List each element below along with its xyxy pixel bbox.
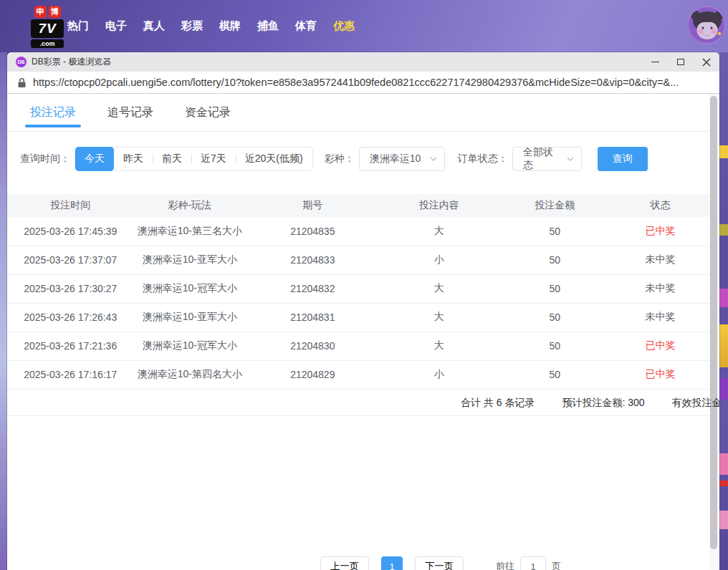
table-header-row: 投注时间 彩种-玩法 期号 投注内容 投注金额 状态 xyxy=(7,194,709,217)
nav-item[interactable]: 棋牌 xyxy=(219,19,241,33)
bg-blob xyxy=(719,511,728,529)
chevron-down-icon xyxy=(430,157,437,161)
vertical-scrollbar[interactable] xyxy=(709,94,718,569)
goto-page-input[interactable] xyxy=(520,556,546,570)
nav-item[interactable]: 捕鱼 xyxy=(257,19,279,33)
time-option[interactable]: 今天 xyxy=(75,147,114,171)
prev-page-button[interactable]: 上一页 xyxy=(320,556,369,570)
nav-item[interactable]: 真人 xyxy=(143,19,165,33)
status-select-value: 全部状态 xyxy=(523,146,561,172)
search-button[interactable]: 查询 xyxy=(598,147,648,171)
cell-bet-time: 2025-03-26 17:26:43 xyxy=(7,303,133,332)
lottery-filter-label: 彩种： xyxy=(325,153,355,165)
bg-blob xyxy=(719,378,728,400)
nav-item[interactable]: 彩票 xyxy=(181,19,203,33)
scrollbar-thumb[interactable] xyxy=(710,96,717,549)
url-text: https://ctopcp02pcali.uengi5e.com/lotter… xyxy=(33,77,707,88)
table-row[interactable]: 2025-03-26 17:30:27 澳洲幸运10-冠军大小 21204832… xyxy=(7,274,709,303)
cell-bet-content: 大 xyxy=(379,303,499,332)
browser-window: DB DB彩票 - 极速浏览器 https://ctopcp02pcali.ue… xyxy=(7,52,719,570)
cell-bet-amount: 50 xyxy=(499,360,611,389)
logo-brand: 7V xyxy=(31,19,64,38)
nav-item[interactable]: 热门 xyxy=(67,19,89,33)
cell-status: 已中奖 xyxy=(611,360,709,389)
cell-status: 已中奖 xyxy=(611,332,709,360)
nav-item[interactable]: 电子 xyxy=(105,19,127,33)
bg-blob xyxy=(719,453,728,475)
cell-bet-amount: 50 xyxy=(499,332,611,360)
avatar-illustration xyxy=(689,7,726,44)
col-bet-content: 投注内容 xyxy=(379,194,499,217)
tab[interactable]: 投注记录 xyxy=(30,94,76,131)
next-page-button[interactable]: 下一页 xyxy=(415,556,464,570)
site-logo[interactable]: 申 博 7V .com xyxy=(30,6,64,48)
record-tabs: 投注记录追号记录资金记录 xyxy=(7,94,719,132)
table-row[interactable]: 2025-03-26 17:26:43 澳洲幸运10-亚军大小 21204831… xyxy=(7,303,709,332)
bg-blob xyxy=(719,480,728,486)
bet-records-table: 投注时间 彩种-玩法 期号 投注内容 投注金额 状态 2025-03-26 17… xyxy=(7,194,709,390)
minimize-button[interactable] xyxy=(642,52,668,72)
logo-domain: .com xyxy=(31,39,64,48)
minimize-icon xyxy=(651,62,659,62)
url-bar[interactable]: https://ctopcp02pcali.uengi5e.com/lotter… xyxy=(7,72,719,94)
goto-page: 前往 页 xyxy=(496,556,561,570)
close-icon xyxy=(702,58,711,67)
time-range-group: 今天昨天前天近7天近20天(低频) xyxy=(75,147,313,171)
user-avatar[interactable] xyxy=(687,6,726,44)
maximize-icon xyxy=(677,59,684,65)
cell-issue: 21204832 xyxy=(246,274,379,303)
col-issue: 期号 xyxy=(246,194,379,217)
summary-row: 合计 共 6 条记录 预计投注金额: 300 有效投注金额 xyxy=(7,390,719,416)
cell-bet-time: 2025-03-26 17:16:17 xyxy=(7,360,133,389)
cell-bet-content: 大 xyxy=(379,332,499,360)
cell-bet-amount: 50 xyxy=(499,246,611,274)
summary-text: 合计 共 6 条记录 预计投注金额: 300 有效投注金额 xyxy=(461,397,719,410)
time-option[interactable]: 前天 xyxy=(153,147,191,171)
nav-item[interactable]: 体育 xyxy=(295,19,317,33)
window-titlebar[interactable]: DB DB彩票 - 极速浏览器 xyxy=(7,52,719,72)
tab[interactable]: 资金记录 xyxy=(185,94,231,131)
time-option[interactable]: 近20天(低频) xyxy=(236,147,312,171)
table-row[interactable]: 2025-03-26 17:21:36 澳洲幸运10-冠军大小 21204830… xyxy=(7,332,709,360)
table-row[interactable]: 2025-03-26 17:45:39 澳洲幸运10-第三名大小 2120483… xyxy=(7,217,709,246)
cell-game-play: 澳洲幸运10-第三名大小 xyxy=(133,217,246,246)
col-status: 状态 xyxy=(611,194,709,217)
cell-status: 未中奖 xyxy=(611,246,709,274)
col-game-play: 彩种-玩法 xyxy=(133,194,246,217)
page-unit-label: 页 xyxy=(552,560,561,570)
main-nav: 热门电子真人彩票棋牌捕鱼体育优惠 xyxy=(67,0,355,52)
cell-bet-amount: 50 xyxy=(499,303,611,332)
cell-bet-time: 2025-03-26 17:37:07 xyxy=(7,246,133,274)
cell-game-play: 澳洲幸运10-冠军大小 xyxy=(133,332,246,360)
maximize-button[interactable] xyxy=(668,52,694,72)
current-page-button[interactable]: 1 xyxy=(381,556,403,570)
summary-total: 合计 共 6 条记录 xyxy=(461,397,535,410)
lottery-select[interactable]: 澳洲幸运10 xyxy=(359,147,445,171)
bg-blob xyxy=(719,224,728,236)
background-page-sliver-right xyxy=(719,52,728,570)
time-option[interactable]: 近7天 xyxy=(191,147,236,171)
table-row[interactable]: 2025-03-26 17:37:07 澳洲幸运10-亚军大小 21204833… xyxy=(7,246,709,274)
table-row[interactable]: 2025-03-26 17:16:17 澳洲幸运10-第四名大小 2120482… xyxy=(7,360,709,389)
time-option[interactable]: 昨天 xyxy=(114,147,153,171)
time-filter-label: 查询时间： xyxy=(20,153,70,165)
col-bet-amount: 投注金额 xyxy=(499,194,611,217)
close-button[interactable] xyxy=(694,52,719,72)
lock-icon xyxy=(17,77,27,88)
filter-bar: 查询时间： 今天昨天前天近7天近20天(低频) 彩种： 澳洲幸运10 订单状态：… xyxy=(20,147,719,171)
order-status-select[interactable]: 全部状态 xyxy=(512,147,582,171)
cell-status: 未中奖 xyxy=(611,274,709,303)
cell-game-play: 澳洲幸运10-第四名大小 xyxy=(133,360,246,389)
cell-bet-amount: 50 xyxy=(499,274,611,303)
cell-bet-time: 2025-03-26 17:21:36 xyxy=(7,332,133,360)
nav-item[interactable]: 优惠 xyxy=(333,19,355,33)
summary-expected-amount: 预计投注金额: 300 xyxy=(562,397,644,410)
logo-badge-1: 申 xyxy=(34,6,47,18)
bg-blob xyxy=(719,324,728,367)
cell-bet-time: 2025-03-26 17:30:27 xyxy=(7,274,133,303)
window-controls xyxy=(642,52,719,72)
tab[interactable]: 追号记录 xyxy=(107,94,153,131)
cell-game-play: 澳洲幸运10-亚军大小 xyxy=(133,303,246,332)
page-content: 投注记录追号记录资金记录 查询时间： 今天昨天前天近7天近20天(低频) 彩种：… xyxy=(7,94,719,569)
table-body: 2025-03-26 17:45:39 澳洲幸运10-第三名大小 2120483… xyxy=(7,217,709,389)
